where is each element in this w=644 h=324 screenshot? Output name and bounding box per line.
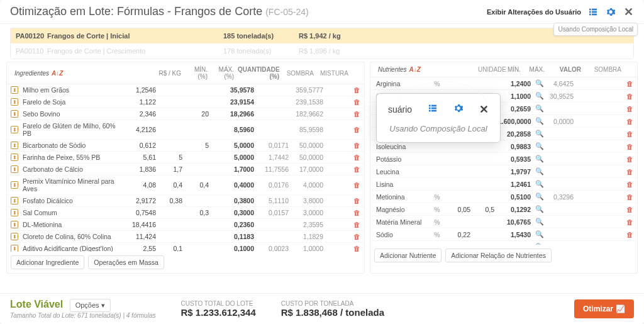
- cost-per-ton-value: R$ 1.838,468 / tonelada: [281, 307, 384, 318]
- info-icon[interactable]: ⬍: [11, 110, 18, 118]
- trash-icon[interactable]: 🗑: [353, 209, 360, 216]
- nutrient-row[interactable]: Leucina1,9797🔍🗑: [370, 165, 637, 178]
- trash-icon[interactable]: 🗑: [353, 233, 360, 240]
- trash-icon[interactable]: 🗑: [626, 118, 633, 125]
- trash-icon[interactable]: 🗑: [353, 110, 360, 118]
- magnify-icon[interactable]: 🔍: [535, 167, 544, 176]
- ingredient-row[interactable]: ⬍Farelo de Soja1,12223,9154239,1538🗑: [7, 96, 364, 108]
- info-icon[interactable]: ⬍: [11, 181, 18, 189]
- sort-az-icon[interactable]: A↓Z: [52, 70, 63, 77]
- magnify-icon[interactable]: 🔍: [535, 243, 544, 245]
- trash-icon[interactable]: 🗑: [626, 231, 633, 238]
- info-icon[interactable]: ⬍: [11, 221, 18, 228]
- trash-icon[interactable]: 🗑: [626, 130, 633, 138]
- trash-icon[interactable]: 🗑: [626, 80, 633, 87]
- feature-callout: suário ✕ Usando Composição Local: [376, 93, 501, 143]
- ingredient-row[interactable]: ⬍Premix Vitamínico Mineral para Aves4,08…: [7, 176, 364, 195]
- ingredient-row[interactable]: ⬍Bicarbonato de Sódio0,61255,00000,01715…: [7, 140, 364, 152]
- magnify-icon[interactable]: 🔍: [535, 142, 544, 150]
- trash-icon[interactable]: 🗑: [353, 142, 360, 149]
- info-icon[interactable]: ⬍: [11, 209, 18, 216]
- nutrient-row[interactable]: Matéria Mineral%10,6765🔍🗑: [370, 216, 637, 228]
- ingredient-row[interactable]: ⬍Farelo de Glúten de Milho, 60% PB4,2126…: [7, 120, 364, 140]
- ingredient-row[interactable]: ⬍Aditivo Acidificante (Digest'Ion)2,550,…: [7, 243, 364, 252]
- trash-icon[interactable]: 🗑: [626, 181, 633, 188]
- formula-row-inactive[interactable]: PA00110 Frangos de Corte | Crescimento 1…: [11, 43, 633, 59]
- magnify-icon[interactable]: 🔍: [535, 193, 544, 201]
- trash-icon[interactable]: 🗑: [626, 206, 633, 213]
- options-button[interactable]: Opções ▾: [70, 299, 111, 312]
- ingredient-name: Farelo de Glúten de Milho, 60% PB: [21, 122, 128, 137]
- ingredient-row[interactable]: ⬍Fosfato Dicálcico2,91720,380,38005,1110…: [7, 195, 364, 207]
- nutrients-title: Nutrientes A↓Z: [374, 66, 421, 73]
- trash-icon[interactable]: 🗑: [626, 155, 633, 163]
- optimize-button[interactable]: Otimizar 📈: [574, 299, 634, 318]
- ingredient-row[interactable]: ⬍Farinha de Peixe, 55% PB5,6155,00001,74…: [7, 152, 364, 164]
- info-icon[interactable]: ⬍: [11, 233, 18, 240]
- trash-icon[interactable]: 🗑: [626, 218, 633, 226]
- ingredient-row[interactable]: ⬍Sebo Bovino2,3462018,2966182,9662🗑: [7, 108, 364, 120]
- trash-icon[interactable]: 🗑: [353, 126, 360, 133]
- callout-label: suário: [388, 104, 412, 115]
- add-nutrient-ratio-button[interactable]: Adicionar Relação de Nutrientes: [445, 249, 552, 262]
- magnify-icon[interactable]: 🔍: [535, 79, 544, 87]
- magnify-icon[interactable]: 🔍: [535, 130, 544, 138]
- sort-az-icon[interactable]: A↓Z: [409, 66, 421, 73]
- magnify-icon[interactable]: 🔍: [535, 230, 544, 238]
- info-icon[interactable]: ⬍: [11, 165, 18, 173]
- trash-icon[interactable]: 🗑: [353, 197, 360, 204]
- magnify-icon[interactable]: 🔍: [535, 104, 544, 113]
- trash-icon[interactable]: 🗑: [353, 154, 360, 161]
- nutrient-row[interactable]: Magnésio%0,050,50,1292🔍🗑: [370, 203, 637, 216]
- trash-icon[interactable]: 🗑: [353, 86, 360, 94]
- trash-icon[interactable]: 🗑: [353, 98, 360, 106]
- show-user-changes-link[interactable]: Exibir Alterações do Usuário: [487, 8, 581, 16]
- gear-icon[interactable]: [605, 6, 616, 18]
- magnify-icon[interactable]: 🔍: [535, 180, 544, 188]
- trash-icon[interactable]: 🗑: [626, 143, 633, 150]
- ingredient-name: Farelo de Soja: [21, 98, 128, 106]
- ingredient-row[interactable]: ⬍Cloreto de Colina, 60% Colina11,4240,11…: [7, 231, 364, 243]
- bulk-operations-button[interactable]: Operações em Massa: [88, 255, 164, 269]
- trash-icon[interactable]: 🗑: [626, 92, 633, 100]
- add-ingredient-button[interactable]: Adicionar Ingrediente: [11, 255, 84, 269]
- info-icon[interactable]: ⬍: [11, 142, 18, 149]
- magnify-icon[interactable]: 🔍: [535, 92, 544, 100]
- ingredient-row[interactable]: ⬍DL-Metionina18,44160,23602,3595🗑: [7, 219, 364, 231]
- nutrient-name: Potássio: [374, 155, 426, 163]
- nutrient-row[interactable]: Sódio%0,221,5430🔍🗑: [370, 228, 637, 241]
- trash-icon[interactable]: 🗑: [353, 245, 360, 252]
- info-icon[interactable]: ⬍: [11, 197, 18, 204]
- trash-icon[interactable]: 🗑: [353, 221, 360, 228]
- info-icon[interactable]: ⬍: [11, 98, 18, 106]
- trash-icon[interactable]: 🗑: [626, 193, 633, 201]
- magnify-icon[interactable]: 🔍: [535, 155, 544, 163]
- nutrient-row[interactable]: Potássio0,5935🔍🗑: [370, 153, 637, 165]
- list-icon[interactable]: [587, 6, 599, 18]
- ingredient-row[interactable]: ⬍Milho em Grãos1,254635,9578359,5777🗑: [7, 84, 364, 96]
- trash-icon[interactable]: 🗑: [353, 181, 360, 189]
- magnify-icon[interactable]: 🔍: [535, 117, 544, 125]
- trash-icon[interactable]: 🗑: [626, 168, 633, 176]
- magnify-icon[interactable]: 🔍: [535, 205, 544, 213]
- nutrient-row[interactable]: Arginina%1,2400🔍4,6425🗑: [370, 77, 637, 90]
- info-icon[interactable]: ⬍: [11, 154, 18, 161]
- info-icon[interactable]: ⬍: [11, 245, 18, 252]
- nutrient-row[interactable]: Lisina1,2461🔍🗑: [370, 178, 637, 191]
- magnify-icon[interactable]: 🔍: [535, 218, 544, 226]
- close-icon[interactable]: ✕: [623, 6, 634, 18]
- ingredient-name: DL-Metionina: [21, 221, 128, 228]
- callout-text: Usando Composição Local: [388, 124, 489, 133]
- add-nutrient-button[interactable]: Adicionar Nutriente: [374, 249, 441, 262]
- trash-icon[interactable]: 🗑: [353, 165, 360, 173]
- info-icon[interactable]: ⬍: [11, 126, 18, 133]
- info-icon[interactable]: ⬍: [11, 86, 18, 94]
- nutrient-row[interactable]: Metionina%0,5100🔍0,3296🗑: [370, 191, 637, 203]
- ingredient-row[interactable]: ⬍Carbonato de Cálcio1,8361,71,700011,755…: [7, 164, 364, 176]
- ingredient-row[interactable]: ⬍Sal Comum0,75480,30,30000,01573,0000🗑: [7, 207, 364, 219]
- nutrient-name: Leucina: [374, 168, 426, 176]
- formula-row-active[interactable]: PA00120 Frangos de Corte | Inicial 185 t…: [11, 28, 633, 43]
- formula-selector[interactable]: PA00120 Frangos de Corte | Inicial 185 t…: [10, 28, 634, 59]
- trash-icon[interactable]: 🗑: [626, 243, 633, 245]
- trash-icon[interactable]: 🗑: [626, 105, 633, 113]
